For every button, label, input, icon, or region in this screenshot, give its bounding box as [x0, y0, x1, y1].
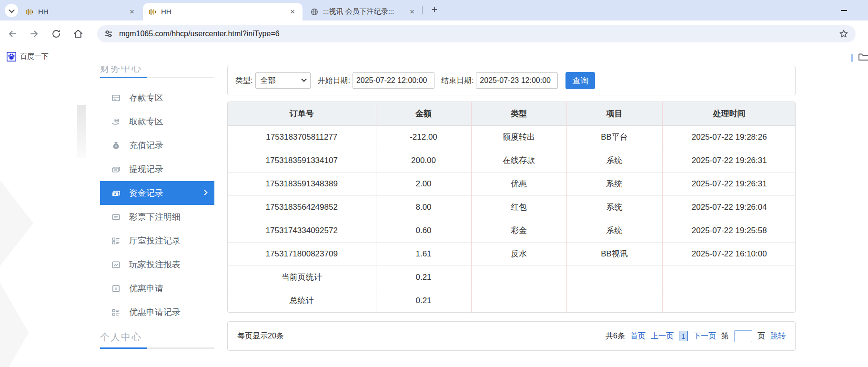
tab-search-chevron-button[interactable]: [5, 4, 18, 17]
sidebar-item-3[interactable]: 提现记录: [100, 157, 214, 181]
jump-page-input[interactable]: [734, 330, 752, 342]
next-page-link[interactable]: 下一页: [693, 331, 716, 341]
first-page-link[interactable]: 首页: [630, 331, 646, 341]
table-cell: 当前页统计: [228, 265, 376, 289]
table-row: 17531718008237091.61反水BB视讯2025-07-22 16:…: [228, 242, 796, 265]
sidebar-item-1[interactable]: 取款专区: [100, 110, 214, 133]
hall-bet-list-icon: [111, 236, 121, 245]
type-select-value: 全部: [260, 76, 302, 86]
current-page-badge[interactable]: 1: [679, 331, 688, 341]
table-cell: 系统: [566, 219, 662, 242]
chevron-down-icon: [302, 77, 307, 82]
table-cell: 系统: [566, 172, 662, 195]
globe-favicon: [311, 8, 318, 16]
tab-title: HH: [161, 8, 283, 16]
table-cell: [662, 265, 796, 289]
column-header: 订单号: [228, 102, 376, 125]
bookmark-baidu[interactable]: 百度一下: [7, 52, 49, 61]
underline-track: [147, 347, 214, 349]
new-tab-button[interactable]: +: [427, 2, 442, 17]
table-cell: BB视讯: [566, 242, 662, 265]
back-button[interactable]: [7, 28, 18, 40]
tab-2-active[interactable]: HH ×: [143, 3, 303, 20]
url-text[interactable]: mgm1065.com/hhcp/usercenter.html?iniType…: [119, 30, 280, 38]
sidebar-item-2[interactable]: ¥充值记录: [100, 133, 214, 157]
table-cell: 1753171800823709: [228, 242, 376, 265]
table-row: 总统计0.21: [228, 289, 796, 312]
chevron-right-icon: [202, 190, 207, 195]
folder-icon[interactable]: [858, 51, 868, 62]
promo-coupon-icon: ¥: [111, 284, 121, 293]
end-date-input[interactable]: [476, 72, 558, 89]
search-button[interactable]: 查询: [565, 72, 595, 89]
withdraw-hand-icon: [111, 117, 121, 126]
prev-page-link[interactable]: 上一页: [651, 331, 674, 341]
panel-divider-bar: [851, 54, 853, 62]
promo-record-icon: [111, 308, 121, 317]
underline-accent: [100, 347, 147, 349]
sidebar-item-6[interactable]: 厅室投注记录: [100, 229, 214, 253]
close-tab-icon[interactable]: ×: [128, 7, 136, 17]
svg-text:¥: ¥: [115, 144, 117, 148]
underline-track: [147, 77, 214, 78]
filter-panel: 类型: 全部 开始日期: 结束日期: 查询: [227, 66, 796, 95]
svg-text:¥: ¥: [114, 286, 117, 291]
table-cell: 2.00: [376, 172, 471, 195]
deposit-card-icon: [111, 93, 121, 102]
reload-button[interactable]: [50, 28, 62, 40]
window-minimize-button[interactable]: [838, 6, 849, 15]
bookmark-label: 百度一下: [20, 52, 49, 61]
sidebar-item-0[interactable]: 存款专区: [100, 86, 214, 110]
section-underline: [100, 77, 214, 78]
table-cell: -212.00: [376, 125, 471, 149]
table-cell: [566, 265, 662, 289]
sidebar-item-8[interactable]: ¥优惠申请: [100, 276, 214, 300]
close-tab-icon[interactable]: ×: [288, 7, 297, 17]
sidebar-item-7[interactable]: 玩家投注报表: [100, 253, 214, 276]
jump-button[interactable]: 跳转: [770, 331, 786, 341]
site-info-icon[interactable]: [104, 29, 113, 39]
sidebar-item-label: 彩票下注明细: [129, 211, 181, 223]
sidebar-section-personal: 个人中心: [100, 331, 214, 344]
table-header-row: 订单号金额类型项目处理时间: [228, 102, 796, 125]
tab-3[interactable]: :::视讯 会员下注纪录::: ×: [305, 3, 422, 20]
pagination-controls: 共6条 首页 上一页 1 下一页 第 页 跳转: [606, 330, 786, 342]
table-cell: [471, 265, 566, 289]
tab-1[interactable]: HH ×: [20, 3, 142, 20]
table-row: 17531743340925720.60彩金系统2025-07-22 19:25…: [228, 219, 796, 242]
records-table-container: 订单号金额类型项目处理时间 1753183705811277-212.00额度转…: [227, 102, 796, 313]
sidebar-item-label: 厅室投注记录: [129, 235, 181, 246]
table-cell: 1753183591334107: [228, 149, 376, 172]
sidebar-item-label: 充值记录: [129, 140, 163, 151]
tab-separator: [422, 6, 423, 14]
sidebar-section-finance: 财务中心: [100, 66, 214, 75]
table-cell: 2025-07-22 19:28:26: [662, 125, 796, 149]
start-date-input[interactable]: [353, 72, 434, 89]
table-cell: 2025-07-22 19:26:31: [662, 149, 796, 172]
sidebar-item-4-active[interactable]: 资金记录: [100, 181, 214, 205]
bookmark-star-icon[interactable]: [838, 29, 849, 39]
forward-button[interactable]: [29, 28, 40, 40]
close-tab-icon[interactable]: ×: [408, 7, 416, 17]
sidebar-item-9[interactable]: 优惠申请记录: [100, 300, 214, 324]
address-bar[interactable]: mgm1065.com/hhcp/usercenter.html?iniType…: [97, 25, 856, 42]
sidebar-item-label: 存款专区: [129, 92, 163, 103]
sidebar-item-label: 资金记录: [129, 187, 163, 199]
table-cell: 系统: [566, 195, 662, 219]
baidu-paw-icon: [7, 52, 16, 61]
section-underline: [100, 347, 214, 349]
table-cell: 1753183564249852: [228, 195, 376, 219]
home-button[interactable]: [72, 28, 84, 40]
type-select[interactable]: 全部: [255, 72, 311, 89]
background-decoration: [0, 66, 95, 367]
minimize-icon: [841, 10, 847, 11]
table-cell: [566, 289, 662, 312]
table-cell: 1753174334092572: [228, 219, 376, 242]
table-row: 当前页统计0.21: [228, 265, 796, 289]
table-row: 1753183705811277-212.00额度转出BB平台2025-07-2…: [228, 125, 796, 149]
table-cell: [662, 289, 796, 312]
lottery-detail-icon: [111, 213, 121, 222]
jump-prefix-label: 第: [721, 331, 729, 341]
sidebar-item-5[interactable]: 彩票下注明细: [100, 205, 214, 229]
moneybag-icon: ¥: [111, 141, 121, 150]
